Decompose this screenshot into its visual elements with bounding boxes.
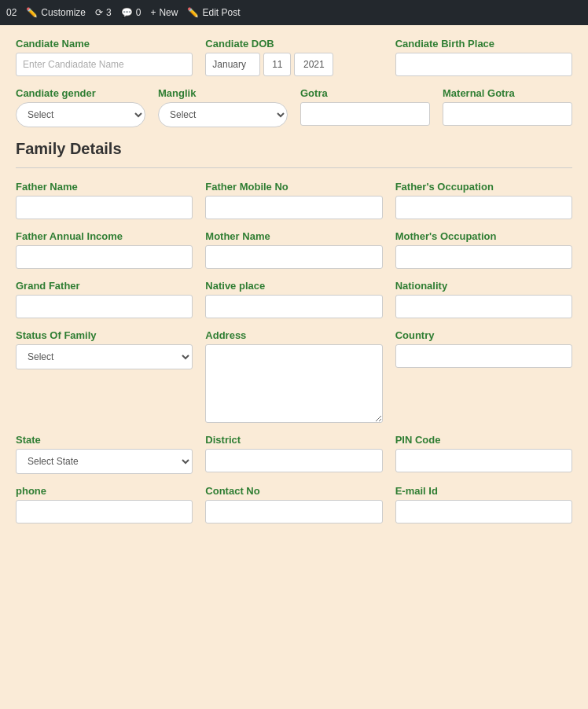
candidate-name-label: Candiate Name: [16, 38, 193, 50]
country-group: Country: [395, 329, 572, 368]
pin-code-group: PIN Code: [395, 434, 572, 474]
nationality-group: Nationality: [395, 280, 572, 318]
comment-count[interactable]: 💬 0: [121, 7, 141, 18]
native-place-input[interactable]: [205, 295, 382, 318]
pin-code-input[interactable]: [395, 449, 572, 472]
edit-post-link[interactable]: ✏️ Edit Post: [187, 7, 240, 18]
native-place-label: Native place: [205, 280, 382, 292]
mother-occupation-group: Mother's Occupation: [395, 230, 572, 269]
father-occupation-group: Father's Occupation: [395, 181, 572, 219]
mother-name-group: Mother Name: [205, 230, 382, 269]
maternal-gotra-label: Maternal Gotra: [443, 87, 572, 99]
nationality-label: Nationality: [395, 280, 572, 292]
father-name-label: Father Name: [16, 181, 193, 193]
district-input[interactable]: [205, 449, 382, 472]
gender-label: Candiate gender: [16, 87, 145, 99]
district-label: District: [205, 434, 382, 446]
father-mobile-input[interactable]: [205, 196, 382, 219]
new-link[interactable]: + New: [150, 7, 178, 18]
status-family-select[interactable]: Select Upper Class Middle Class Lower Cl…: [16, 344, 193, 369]
father-info-row: Father Name Father Mobile No Father's Oc…: [16, 181, 572, 219]
state-district-row: State Select State Andhra Pradesh Delhi …: [16, 434, 572, 474]
candidate-personal-row: Candiate gender Select Male Female Other…: [16, 87, 572, 127]
contact-no-input[interactable]: [205, 500, 382, 523]
address-group: Address: [205, 329, 382, 423]
grandfather-input[interactable]: [16, 295, 193, 318]
country-input[interactable]: [395, 344, 572, 368]
gender-group: Candiate gender Select Male Female Other: [16, 87, 145, 127]
address-label: Address: [205, 329, 382, 341]
mother-name-input[interactable]: [205, 245, 382, 269]
dob-day-input[interactable]: [263, 53, 291, 76]
contact-row: phone Contact No E-mail Id: [16, 485, 572, 523]
family-details-title: Family Details: [16, 140, 572, 158]
email-group: E-mail Id: [395, 485, 572, 523]
father-mobile-label: Father Mobile No: [205, 181, 382, 193]
candidate-dob-label: Candiate DOB: [205, 38, 382, 50]
pin-code-label: PIN Code: [395, 434, 572, 446]
email-label: E-mail Id: [395, 485, 572, 497]
father-income-label: Father Annual Income: [16, 230, 193, 242]
admin-bar: 02 ✏️ Customize ⟳ 3 💬 0 + New ✏️ Edit Po…: [0, 0, 588, 25]
gender-select[interactable]: Select Male Female Other: [16, 102, 145, 127]
contact-no-label: Contact No: [205, 485, 382, 497]
candidate-dob-group: Candiate DOB: [205, 38, 382, 76]
country-label: Country: [395, 329, 572, 341]
father-name-group: Father Name: [16, 181, 193, 219]
candidate-birth-place-group: Candiate Birth Place: [395, 38, 572, 76]
dob-year-input[interactable]: [294, 53, 333, 76]
state-label: State: [16, 434, 193, 446]
phone-input[interactable]: [16, 500, 193, 523]
candidate-birth-place-label: Candiate Birth Place: [395, 38, 572, 50]
state-group: State Select State Andhra Pradesh Delhi …: [16, 434, 193, 474]
status-address-row: Status Of Family Select Upper Class Midd…: [16, 329, 572, 423]
manglik-group: Manglik Select Yes No: [158, 87, 288, 127]
candidate-birth-place-input[interactable]: [395, 53, 572, 76]
candidate-name-group: Candiate Name: [16, 38, 193, 76]
dob-inputs: [205, 53, 382, 76]
gotra-group: Gotra: [300, 87, 430, 127]
father-occupation-input[interactable]: [395, 196, 572, 219]
mother-name-label: Mother Name: [205, 230, 382, 242]
manglik-label: Manglik: [158, 87, 288, 99]
native-place-group: Native place: [205, 280, 382, 318]
email-input[interactable]: [395, 500, 572, 523]
contact-no-group: Contact No: [205, 485, 382, 523]
father-occupation-label: Father's Occupation: [395, 181, 572, 193]
phone-label: phone: [16, 485, 193, 497]
gotra-input[interactable]: [300, 102, 430, 126]
candidate-basic-row: Candiate Name Candiate DOB Candiate Birt…: [16, 38, 572, 76]
income-mother-row: Father Annual Income Mother Name Mother'…: [16, 230, 572, 269]
candidate-name-input[interactable]: [16, 53, 193, 76]
customize-link[interactable]: ✏️ Customize: [26, 7, 86, 18]
state-select[interactable]: Select State Andhra Pradesh Delhi Mahara…: [16, 449, 193, 474]
manglik-select[interactable]: Select Yes No: [158, 102, 288, 127]
maternal-gotra-input[interactable]: [443, 102, 572, 126]
father-mobile-group: Father Mobile No: [205, 181, 382, 219]
grandfather-native-row: Grand Father Native place Nationality: [16, 280, 572, 318]
father-income-group: Father Annual Income: [16, 230, 193, 269]
family-divider: [16, 167, 572, 168]
status-family-label: Status Of Family: [16, 329, 193, 341]
gotra-label: Gotra: [300, 87, 430, 99]
mother-occupation-label: Mother's Occupation: [395, 230, 572, 242]
grandfather-group: Grand Father: [16, 280, 193, 318]
phone-group: phone: [16, 485, 193, 523]
maternal-gotra-group: Maternal Gotra: [443, 87, 572, 127]
wp-number: 02: [6, 7, 17, 18]
district-group: District: [205, 434, 382, 474]
address-textarea[interactable]: [205, 344, 382, 423]
circle-count[interactable]: ⟳ 3: [95, 7, 112, 18]
father-income-input[interactable]: [16, 245, 193, 269]
dob-month-input[interactable]: [205, 53, 260, 76]
form-container: Candiate Name Candiate DOB Candiate Birt…: [0, 25, 588, 709]
nationality-input[interactable]: [395, 295, 572, 318]
father-name-input[interactable]: [16, 196, 193, 219]
grandfather-label: Grand Father: [16, 280, 193, 292]
mother-occupation-input[interactable]: [395, 245, 572, 269]
status-family-group: Status Of Family Select Upper Class Midd…: [16, 329, 193, 369]
